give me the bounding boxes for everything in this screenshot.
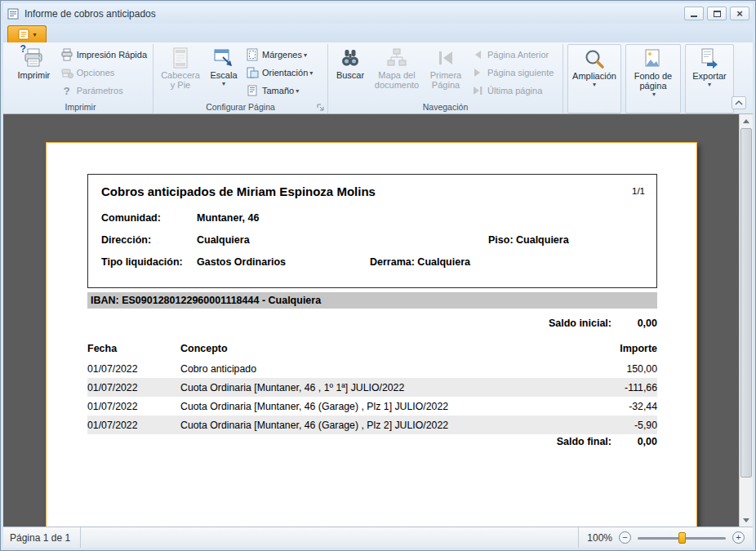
last-page-button[interactable]: Última página (468, 82, 559, 100)
scroll-down-button[interactable] (740, 513, 753, 527)
close-button[interactable]: × (730, 7, 749, 20)
print-options-label: Opciones (77, 68, 114, 78)
previous-page-label: Página Anterior (487, 50, 549, 60)
maximize-button[interactable] (707, 7, 727, 20)
orientation-icon (246, 66, 259, 79)
close-icon: × (736, 8, 743, 19)
print-options-icon (60, 66, 73, 79)
field-label-comunidad: Comunidad: (101, 212, 161, 224)
cell-concepto: Cobro anticipado (180, 363, 584, 375)
zoom-out-button[interactable]: − (619, 531, 631, 544)
chevron-down-icon: ▾ (652, 91, 656, 98)
page-setup-dialog-launcher-icon[interactable] (315, 102, 325, 112)
ribbon-group-ampliacion: Ampliación ▾ (567, 44, 621, 113)
report-header-box: Cobros anticipados de Miriam Espinoza Mo… (87, 174, 657, 288)
orientation-button[interactable]: Orientación ▾ (242, 64, 324, 82)
page-background-icon (642, 47, 665, 70)
cell-fecha: 01/07/2022 (87, 420, 180, 431)
document-map-label: Mapa del documento (371, 70, 422, 90)
menu-list-icon (17, 28, 30, 41)
print-preview-window: Informe de cobros anticipados × ▾ ? Impr… (0, 0, 756, 551)
previous-page-button[interactable]: Página Anterior (468, 46, 559, 64)
table-row: 01/07/2022 Cobro anticipado 150,00 (87, 359, 657, 378)
margins-button[interactable]: Márgenes ▾ (242, 46, 324, 64)
saldo-inicial-row: Saldo inicial: 0,00 (87, 315, 657, 331)
zoom-slider[interactable] (638, 531, 726, 544)
parameters-button[interactable]: ? Parámetros (57, 82, 150, 100)
header-footer-button[interactable]: Cabecera y Pie (156, 44, 205, 90)
cell-concepto: Cuota Ordinaria [Muntaner, 46 (Garage) ,… (180, 401, 584, 412)
report-page: Cobros anticipados de Miriam Espinoza Mo… (46, 142, 697, 527)
minimize-button[interactable] (684, 7, 704, 20)
collapse-ribbon-button[interactable] (732, 96, 746, 109)
print-button[interactable]: ? Imprimir (11, 44, 57, 80)
scroll-up-button[interactable] (740, 114, 753, 127)
zoom-slider-thumb[interactable] (678, 532, 686, 544)
saldo-inicial-value: 0,00 (611, 318, 657, 329)
group-label-configurar-pagina: Configurar Página (156, 101, 325, 113)
maximize-icon (714, 11, 721, 17)
print-button-label: Imprimir (18, 70, 51, 80)
chevron-up-icon (734, 100, 744, 106)
field-derrama: Derrama: Cualquiera (370, 256, 470, 268)
page-size-label: Tamaño (262, 86, 294, 96)
chevron-down-icon: ▾ (33, 31, 36, 38)
quick-print-icon (60, 48, 73, 61)
scale-label: Escala (210, 70, 237, 80)
zoom-icon (583, 47, 606, 70)
group-label-exportar (686, 100, 733, 113)
group-label-imprimir: Imprimir (11, 101, 150, 113)
search-button[interactable]: Buscar (331, 44, 370, 80)
document-preview-area[interactable]: Cobros anticipados de Miriam Espinoza Mo… (3, 114, 753, 527)
next-page-button[interactable]: Página siguiente (468, 64, 559, 82)
titlebar: Informe de cobros anticipados × (3, 3, 753, 24)
zoom-in-button[interactable]: + (732, 531, 745, 544)
saldo-inicial-label: Saldo inicial: (549, 318, 611, 329)
page-size-button[interactable]: Tamaño ▾ (242, 82, 324, 100)
next-page-icon (471, 66, 484, 79)
cell-fecha: 01/07/2022 (87, 382, 180, 393)
orientation-label: Orientación (262, 68, 308, 78)
header-importe: Importe (584, 343, 657, 354)
scale-button[interactable]: Escala ▾ (205, 44, 242, 87)
saldo-final-value: 0,00 (611, 436, 657, 447)
search-label: Buscar (336, 70, 364, 80)
header-footer-label: Cabecera y Pie (158, 70, 203, 90)
triangle-up-icon (743, 119, 749, 123)
parameters-icon: ? (60, 84, 73, 97)
page-background-button[interactable]: Fondo de página ▾ (627, 45, 679, 98)
cell-fecha: 01/07/2022 (87, 401, 180, 412)
document-map-button[interactable]: Mapa del documento (370, 44, 424, 90)
field-label-tipo-liquidacion: Tipo liquidación: (101, 256, 183, 268)
zoom-menu-button[interactable]: Ampliación ▾ (569, 45, 620, 88)
ribbon-group-navegacion: Buscar Mapa del documento Primera Página… (328, 44, 563, 113)
first-page-icon (434, 47, 457, 69)
previous-page-icon (471, 48, 484, 61)
scale-icon (212, 47, 235, 69)
table-row: 01/07/2022 Cuota Ordinaria [Muntaner, 46… (87, 397, 657, 415)
triangle-down-icon (743, 518, 749, 522)
ribbon: ? Imprimir Impresión Rápida Opciones ? (3, 42, 753, 114)
vertical-scrollbar[interactable] (739, 114, 753, 527)
group-label-ampliacion (568, 100, 620, 113)
cell-importe: 150,00 (584, 363, 657, 375)
cell-importe: -5,90 (584, 420, 657, 431)
cell-importe: -111,66 (584, 382, 657, 393)
last-page-icon (471, 84, 484, 97)
print-options-button[interactable]: Opciones (57, 64, 150, 82)
chevron-down-icon: ▾ (222, 81, 225, 87)
zoom-level: 100% (587, 532, 612, 544)
margins-label: Márgenes (262, 50, 302, 60)
field-value-comunidad: Muntaner, 46 (197, 212, 259, 224)
ribbon-group-imprimir: ? Imprimir Impresión Rápida Opciones ? (8, 44, 153, 113)
first-page-button[interactable]: Primera Página (424, 44, 468, 90)
first-page-label: Primera Página (425, 70, 466, 90)
export-button[interactable]: Exportar ▾ (687, 45, 732, 88)
chevron-down-icon: ▾ (309, 69, 313, 77)
margins-icon (246, 48, 259, 61)
header-fecha: Fecha (87, 343, 180, 354)
scrollbar-thumb[interactable] (740, 128, 752, 478)
menu-tab[interactable]: ▾ (7, 25, 47, 42)
statusbar: Página 1 de 1 100% − + (3, 527, 753, 548)
quick-print-button[interactable]: Impresión Rápida (57, 46, 150, 64)
